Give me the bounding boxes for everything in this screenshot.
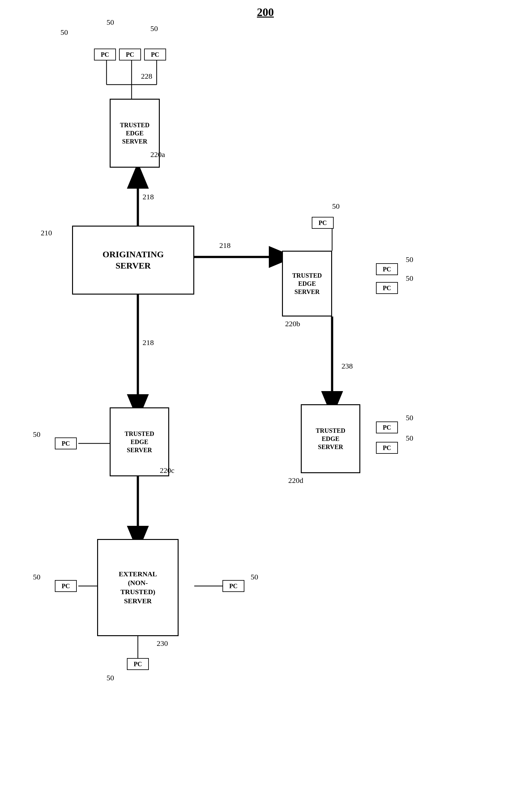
pc-ext-right: PC [223, 580, 244, 592]
label-50-br-top: 50 [332, 202, 339, 210]
pc-220b-right2: PC [376, 282, 398, 294]
label-50-220d-r2: 50 [406, 434, 413, 442]
external-server-230: EXTERNAL(NON-TRUSTED)SERVER [97, 539, 179, 636]
label-218-down: 218 [143, 338, 154, 347]
pc-220b-top: PC [312, 217, 334, 229]
label-50-220d-r1: 50 [406, 414, 413, 422]
pc-220d-right1: PC [376, 422, 398, 433]
pc-220c-left: PC [55, 437, 77, 449]
pc-220a-right: PC [144, 49, 166, 60]
label-50-tl: 50 [60, 28, 68, 37]
pc-220a-center: PC [119, 49, 141, 60]
label-210: 210 [41, 229, 52, 237]
pc-220d-right2: PC [376, 442, 398, 454]
label-220a: 220a [150, 150, 165, 159]
label-50-220b-r1: 50 [406, 255, 413, 264]
label-220c: 220c [160, 466, 175, 475]
label-218-up: 218 [143, 193, 154, 201]
diagram-arrows [0, 0, 532, 785]
label-50-ext-left: 50 [33, 573, 41, 581]
pc-ext-left: PC [55, 580, 77, 592]
originating-server: ORIGINATINGSERVER [72, 226, 194, 295]
label-230: 230 [157, 639, 168, 648]
label-50-220b-r2: 50 [406, 274, 413, 283]
label-50-ext-bottom: 50 [106, 674, 114, 682]
label-50-220c-left: 50 [33, 430, 41, 439]
trusted-edge-server-220b: TRUSTEDEDGESERVER [282, 251, 332, 316]
pc-ext-bottom: PC [127, 658, 149, 670]
label-50-ext-right: 50 [251, 573, 258, 581]
label-220b: 220b [285, 320, 300, 328]
pc-220b-right1: PC [376, 263, 398, 275]
label-220d: 220d [288, 476, 303, 485]
diagram: 200 [0, 0, 532, 785]
label-238: 238 [341, 362, 353, 371]
label-50-tr: 50 [150, 24, 158, 33]
trusted-edge-server-220c: TRUSTEDEDGESERVER [110, 407, 169, 476]
figure-number: 200 [257, 6, 274, 19]
pc-220a-left: PC [94, 49, 116, 60]
label-50-tc: 50 [106, 18, 114, 27]
trusted-edge-server-220d: TRUSTEDEDGESERVER [301, 404, 360, 473]
label-218-right: 218 [219, 241, 231, 250]
label-228: 228 [141, 72, 152, 80]
